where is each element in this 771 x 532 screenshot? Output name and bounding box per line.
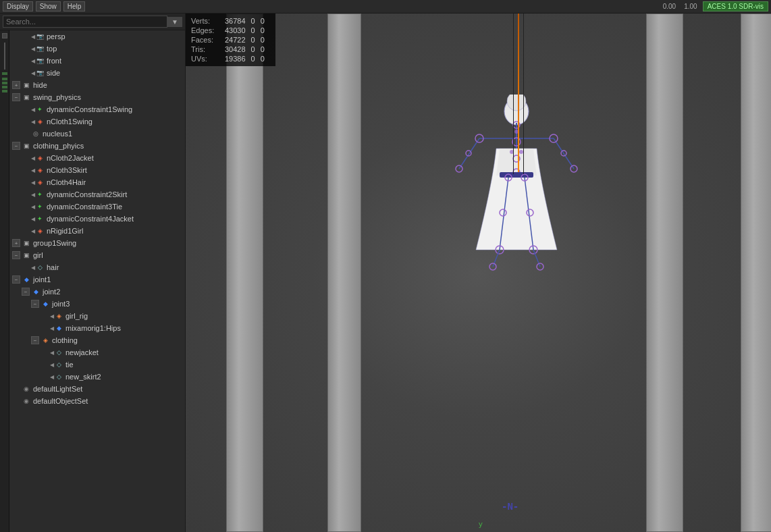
label-defaultLightSet: defaultLightSet bbox=[33, 385, 82, 393]
tree-item-newjacket[interactable]: ◀ ◇ newjacket bbox=[9, 346, 185, 358]
expand-btn-girl[interactable]: − bbox=[12, 251, 20, 259]
stats-row: Edges: 43030 0 0 bbox=[191, 26, 270, 35]
tree-item-hair[interactable]: ◀ ◇ hair bbox=[9, 261, 185, 273]
label-tie: tie bbox=[65, 361, 74, 369]
tree-item-nRigid1Girl[interactable]: ◀ ◈ nRigid1Girl bbox=[9, 225, 185, 237]
label-nCloth1Swing: nCloth1Swing bbox=[47, 117, 92, 126]
pillar-far-left bbox=[226, 14, 263, 532]
tree-item-side[interactable]: ◀ 📷 side bbox=[9, 67, 185, 79]
stats-val1: 19386 bbox=[225, 54, 251, 63]
time-display: 0.00 bbox=[660, 3, 679, 10]
ncloth-icon-nCloth2Jacket: ◈ bbox=[35, 153, 45, 163]
tree-item-clothing[interactable]: − ◈ clothing bbox=[9, 334, 185, 346]
label-clothing_phyics: clothing_phyics bbox=[33, 142, 84, 150]
tree-item-dynamicConstraint2Skirt[interactable]: ◀ ✦ dynamicConstraint2Skirt bbox=[9, 188, 185, 201]
3d-viewport[interactable]: -N- y bbox=[186, 14, 771, 532]
stats-val3: 0 bbox=[261, 54, 270, 63]
ncloth-icon-nCloth3Skirt: ◈ bbox=[35, 165, 45, 175]
tree-item-front[interactable]: ◀ 📷 front bbox=[9, 55, 185, 67]
tree-item-dynamicConstraint1Swing[interactable]: ◀ ✦ dynamicConstraint1Swing bbox=[9, 103, 185, 115]
expand-btn-hide[interactable]: + bbox=[12, 81, 20, 89]
tree-item-top[interactable]: ◀ 📷 top bbox=[9, 43, 185, 55]
tree-item-girl_rig[interactable]: ◀ ◈ girl_rig bbox=[9, 310, 185, 322]
display-btn[interactable]: Display bbox=[3, 1, 33, 11]
expand-btn-clothing_phyics[interactable]: − bbox=[12, 142, 20, 150]
label-dynamicConstraint1Swing: dynamicConstraint1Swing bbox=[47, 105, 132, 113]
search-arrow-btn[interactable]: ▼ bbox=[167, 17, 182, 27]
label-dynamicConstraint4Jacket: dynamicConstraint4Jacket bbox=[47, 215, 134, 223]
clothing-icon-clothing: ◈ bbox=[41, 336, 50, 345]
hair-icon-hair: ◇ bbox=[35, 263, 45, 272]
label-dynamicConstraint2Skirt: dynamicConstraint2Skirt bbox=[47, 190, 127, 198]
label-dynamicConstraint3Tie: dynamicConstraint3Tie bbox=[47, 203, 122, 211]
coord-label: y bbox=[479, 520, 483, 529]
stats-label: UVs: bbox=[191, 54, 225, 63]
label-joint1: joint1 bbox=[33, 275, 51, 284]
expand-btn-group1Swing[interactable]: + bbox=[12, 239, 20, 247]
tree-item-nCloth1Swing[interactable]: ◀ ◈ nCloth1Swing bbox=[9, 115, 185, 128]
tree-item-persp[interactable]: ◀ 📷 persp bbox=[9, 30, 185, 43]
tree-item-defaultLightSet[interactable]: ◉ defaultLightSet bbox=[9, 383, 185, 395]
label-nCloth4Hair: nCloth4Hair bbox=[47, 178, 86, 186]
joint-icon-joint2: ◆ bbox=[31, 287, 41, 296]
tree-item-defaultObjectSet[interactable]: ◉ defaultObjectSet bbox=[9, 395, 185, 407]
tree-item-new_skirt2[interactable]: ◀ ◇ new_skirt2 bbox=[9, 371, 185, 383]
joint-icon-mixamorig1Hips: ◆ bbox=[54, 323, 63, 333]
dynamic-icon-dynamicConstraint4Jacket: ✦ bbox=[35, 214, 45, 223]
camera-icon-side: 📷 bbox=[35, 68, 45, 78]
label-top: top bbox=[47, 45, 57, 53]
tree-item-group1Swing[interactable]: + ▣ group1Swing bbox=[9, 237, 185, 249]
tree-item-dynamicConstraint3Tie[interactable]: ◀ ✦ dynamicConstraint3Tie bbox=[9, 201, 185, 213]
group-icon-girl: ▣ bbox=[22, 250, 31, 260]
expand-btn-clothing[interactable]: − bbox=[31, 336, 39, 344]
label-persp: persp bbox=[47, 32, 65, 41]
group-icon-clothing_phyics: ▣ bbox=[22, 141, 31, 151]
label-swing_physics: swing_physics bbox=[33, 93, 81, 101]
ncloth-icon-nCloth4Hair: ◈ bbox=[35, 178, 45, 187]
stats-val2: 0 bbox=[251, 26, 261, 35]
label-joint2: joint2 bbox=[43, 288, 60, 296]
show-btn[interactable]: Show bbox=[36, 1, 61, 11]
tree-item-swing_physics[interactable]: − ▣ swing_physics bbox=[9, 91, 185, 103]
tree-item-hide[interactable]: + ▣ hide bbox=[9, 79, 185, 91]
tree-item-joint1[interactable]: − ◆ joint1 bbox=[9, 273, 185, 286]
tree-item-nCloth2Jacket[interactable]: ◀ ◈ nCloth2Jacket bbox=[9, 152, 185, 164]
stats-val2: 0 bbox=[251, 16, 261, 26]
top-toolbar: Display Show Help 0.00 1.00 ACES 1.0 SDR… bbox=[0, 0, 771, 14]
help-btn[interactable]: Help bbox=[63, 1, 86, 11]
main-layout: ▼ ◀ 📷 persp ◀ 📷 top bbox=[0, 14, 771, 532]
hair-icon-new_skirt2: ◇ bbox=[54, 372, 63, 381]
stats-val1: 24722 bbox=[225, 35, 251, 45]
tree-item-clothing_phyics[interactable]: − ▣ clothing_phyics bbox=[9, 140, 185, 152]
stats-label: Verts: bbox=[191, 16, 225, 26]
expand-btn-joint2[interactable]: − bbox=[22, 288, 30, 296]
tree-item-joint2[interactable]: − ◆ joint2 bbox=[9, 286, 185, 298]
tree-item-nCloth3Skirt[interactable]: ◀ ◈ nCloth3Skirt bbox=[9, 164, 185, 176]
stats-panel: Verts: 36784 0 0 Edges: 43030 0 0 Faces:… bbox=[186, 14, 275, 66]
pillar-center-left bbox=[327, 14, 361, 532]
label-girl_rig: girl_rig bbox=[65, 312, 88, 320]
expand-btn-joint3[interactable]: − bbox=[31, 300, 39, 308]
hair-icon-tie: ◇ bbox=[54, 360, 63, 369]
stats-table: Verts: 36784 0 0 Edges: 43030 0 0 Faces:… bbox=[191, 16, 270, 63]
time-end: 1.00 bbox=[681, 3, 699, 10]
pillar-right-1 bbox=[646, 14, 683, 532]
camera-icon-front: 📷 bbox=[35, 56, 45, 65]
stats-label: Tris: bbox=[191, 45, 225, 54]
tree-item-nucleus1[interactable]: ◎ nucleus1 bbox=[9, 128, 185, 140]
joint-icon-joint1: ◆ bbox=[22, 275, 31, 284]
search-input[interactable] bbox=[3, 16, 167, 28]
tree-item-mixamorig1Hips[interactable]: ◀ ◆ mixamorig1:Hips bbox=[9, 322, 185, 334]
stats-val3: 0 bbox=[261, 45, 270, 54]
tree-item-girl[interactable]: − ▣ girl bbox=[9, 249, 185, 261]
tree-item-tie[interactable]: ◀ ◇ tie bbox=[9, 358, 185, 371]
expand-btn-joint1[interactable]: − bbox=[12, 275, 20, 284]
label-clothing: clothing bbox=[52, 336, 78, 344]
tree-item-nCloth4Hair[interactable]: ◀ ◈ nCloth4Hair bbox=[9, 176, 185, 188]
expand-btn-swing_physics[interactable]: − bbox=[12, 93, 20, 101]
label-nucleus1: nucleus1 bbox=[43, 130, 72, 138]
label-side: side bbox=[47, 69, 60, 77]
tree-item-joint3[interactable]: − ◆ joint3 bbox=[9, 298, 185, 310]
tree-item-dynamicConstraint4Jacket[interactable]: ◀ ✦ dynamicConstraint4Jacket bbox=[9, 213, 185, 225]
label-mixamorig1Hips: mixamorig1:Hips bbox=[65, 324, 121, 332]
